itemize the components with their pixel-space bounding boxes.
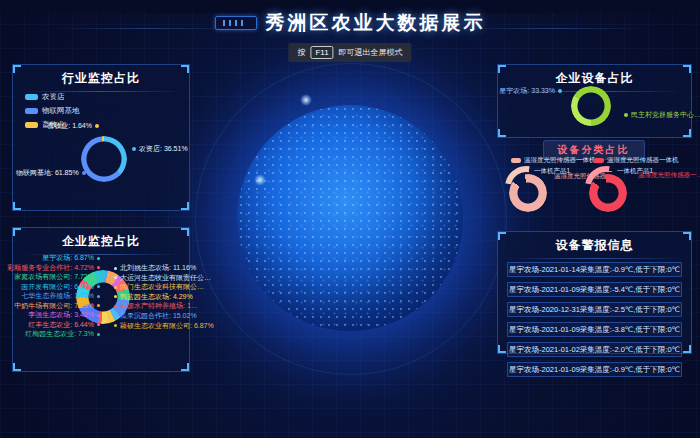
alarm-row: 星宇农场-2021-01-09采集温度:-0.9℃,低于下限:0℃ [507, 362, 682, 377]
legend-swatch [25, 94, 38, 100]
alarm-row: 星宇农场-2021-01-14采集温度:-0.9℃,低于下限:0℃ [507, 262, 682, 277]
callout-dot [82, 171, 86, 175]
callout-label: 农资店: 36.51% [139, 144, 188, 154]
callout-dot [132, 147, 136, 151]
chart-callout-label: 李强生态农场: 3.42% [28, 311, 103, 318]
f11-key-hint: F11 [310, 46, 333, 59]
glow-glint [300, 94, 312, 106]
chart-callout-label: 鸭蓝园生态农场: 4.29% [111, 293, 193, 300]
device-donut-chart[interactable] [571, 86, 611, 126]
fullscreen-tip: 按 F11 即可退出全屏模式 [288, 43, 411, 62]
chart-callout-label: 家庭农场有限公司: 7.72% [14, 273, 103, 280]
page-title: 秀洲区农业大数据展示 [266, 10, 486, 36]
chart-callout-label: 北刘姚生态农场: 11.16% [111, 264, 196, 271]
chart-callout-label: 丰源水产特种养殖场: 1… [111, 302, 198, 309]
alarm-row: 星宇农场-2021-01-09采集温度:-5.4℃,低于下限:0℃ [507, 282, 682, 297]
callout-label: 物联网基地: 61.85% [16, 168, 79, 178]
legend-label: 温湿度光照传感器一体机 [607, 156, 679, 165]
chart-callout-label: 国开发有限公司: 6.87% [21, 283, 103, 290]
alarm-row: 星宇农场-2021-01-09采集温度:-3.8℃,低于下限:0℃ [507, 322, 682, 337]
chart-callout-label: 温湿度光照传感器一… [638, 171, 700, 180]
callout-label: 畜牧业: 1.64% [47, 121, 92, 131]
chart-callout: 星宇农场: 33.33% [504, 86, 562, 96]
enterprise-right-labels: 北刘姚生态农场: 11.16%大运河生态牧业有限责任公…陶门生态农业科技有限公…… [111, 264, 191, 331]
chart-callout-label: 陶门生态农业科技有限公… [111, 283, 204, 290]
tip-suffix: 即可退出全屏模式 [339, 47, 403, 58]
legend-item[interactable]: 温湿度光照传感器一体机 [594, 156, 679, 165]
chart-callout-label: 颖硕生态农业有限公司: 6.87% [111, 322, 214, 329]
dashboard-root: 秀洲区农业大数据展示 按 F11 即可退出全屏模式 行业监控占比 农资店物联网基… [0, 0, 700, 438]
alarm-rows: 星宇农场-2021-01-14采集温度:-0.9℃,低于下限:0℃星宇农场-20… [498, 262, 691, 377]
chart-callout-label: 大运河生态牧业有限责任公… [111, 274, 211, 281]
chart-callout: 畜牧业: 1.64% [27, 121, 99, 131]
globe-dot-map [237, 105, 463, 331]
legend-swatch [594, 158, 604, 163]
panel-device-ratio: 企业设备占比 星宇农场: 33.33% 民主村党群服务中心… [497, 64, 692, 138]
chart-callout: 物联网基地: 61.85% [16, 168, 86, 178]
callout-dot [95, 124, 99, 128]
alarm-row: 星宇农场-2020-12-31采集温度:-2.5℃,低于下限:0℃ [507, 302, 682, 317]
industry-donut-chart[interactable] [81, 136, 127, 182]
legend-swatch [25, 108, 38, 114]
logo-badge [215, 16, 257, 30]
chart-callout-label: 红丰生态农业: 6.44% [28, 321, 103, 328]
tip-prefix: 按 [297, 47, 305, 58]
chart-callout-label: 彩顺服务专业合作社: 4.72% [7, 264, 103, 271]
panel-enterprise-title: 企业监控占比 [13, 228, 189, 253]
legend-item[interactable]: 温湿度光照传感器一体机 [511, 156, 596, 165]
panel-industry: 行业监控占比 农资店物联网基地畜牧业 畜牧业: 1.64% 农资店: 36.51… [12, 64, 190, 211]
header: 秀洲区农业大数据展示 [0, 10, 700, 36]
panel-alarm-title: 设备警报信息 [498, 232, 691, 257]
panel-enterprise: 企业监控占比 星宇农场: 6.87%彩顺服务专业合作社: 4.72%家庭农场有限… [12, 227, 190, 372]
enterprise-left-labels: 星宇农场: 6.87%彩顺服务专业合作社: 4.72%家庭农场有限公司: 7.7… [15, 254, 103, 340]
callout-label: 民主村党群服务中心… [631, 110, 700, 120]
legend-item[interactable]: 农资店 [25, 92, 80, 102]
legend-swatch [511, 158, 521, 163]
chart-callout-label: 星宇农场: 6.87% [42, 254, 103, 261]
alarm-row: 星宇农场-2021-01-02采集温度:-2.0℃,低于下限:0℃ [507, 342, 682, 357]
chart-callout-label: 中奶牛场有限公司: 7.29% [14, 302, 103, 309]
globe [237, 105, 463, 331]
panel-industry-title: 行业监控占比 [13, 65, 189, 90]
glow-glint [254, 174, 266, 186]
chart-callout: 民主村党群服务中心… [624, 110, 700, 120]
callout-dot [558, 89, 562, 93]
section-device-class: 设备分类占比 温湿度光照传感器一体机一体机产品1 温湿度光照传感器一… 温湿度光… [497, 140, 690, 224]
chart-callout: 农资店: 36.51% [132, 144, 188, 154]
callout-label: 星宇农场: 33.33% [499, 86, 555, 96]
legend-label: 物联网基地 [42, 106, 80, 116]
chart-callout-label: 瓜果沉园合作社: 15.02% [111, 312, 197, 319]
legend-label: 农资店 [42, 92, 65, 102]
chart-callout-label: 红梅园生态农业: 7.3% [25, 330, 103, 337]
panel-alarm: 设备警报信息 星宇农场-2021-01-14采集温度:-0.9℃,低于下限:0℃… [497, 231, 692, 354]
legend-label: 温湿度光照传感器一体机 [524, 156, 596, 165]
callout-dot [624, 113, 628, 117]
chart-callout-label: 七华生态养殖场: 1.72% [21, 292, 103, 299]
legend-item[interactable]: 物联网基地 [25, 106, 80, 116]
